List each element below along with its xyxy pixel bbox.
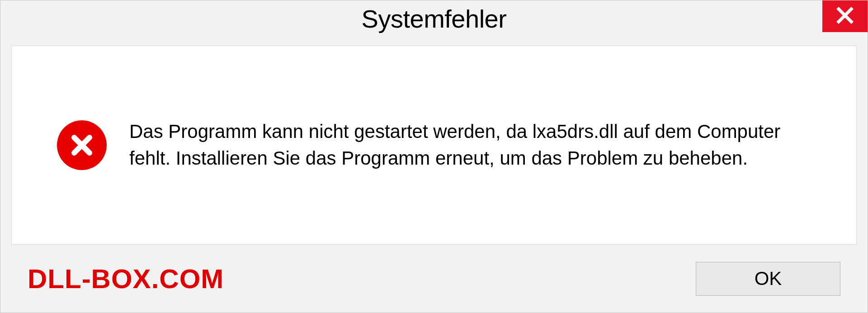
- dialog-footer: DLL-BOX.COM OK: [0, 245, 868, 313]
- error-dialog: Systemfehler Das Programm kann nicht ges…: [0, 0, 868, 313]
- ok-button[interactable]: OK: [696, 262, 840, 296]
- error-icon: [57, 120, 107, 170]
- close-button[interactable]: [822, 0, 868, 32]
- dialog-title: Systemfehler: [362, 4, 507, 33]
- close-icon: [836, 6, 854, 26]
- error-message: Das Programm kann nicht gestartet werden…: [129, 119, 820, 172]
- content-panel: Das Programm kann nicht gestartet werden…: [11, 46, 857, 245]
- watermark-text: DLL-BOX.COM: [28, 263, 224, 294]
- titlebar: Systemfehler: [0, 0, 868, 37]
- ok-button-label: OK: [755, 268, 782, 289]
